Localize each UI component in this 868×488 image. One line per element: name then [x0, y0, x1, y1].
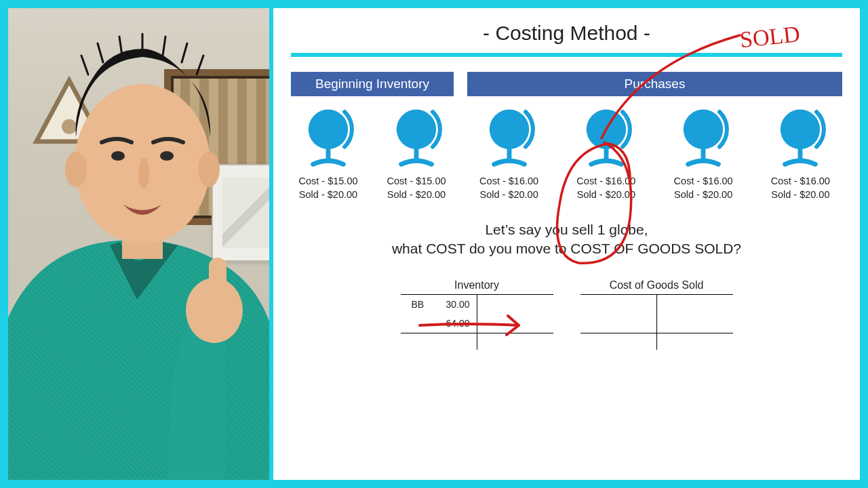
tacct-cell	[401, 333, 477, 350]
globe-icon	[299, 106, 357, 168]
svg-line-12	[197, 56, 203, 75]
globe-item: Cost - $15.00 Sold - $20.00	[379, 106, 454, 201]
tacct-cell	[656, 314, 733, 333]
svg-line-8	[119, 37, 122, 56]
globe-item: Cost - $15.00 Sold - $20.00	[291, 106, 366, 201]
svg-point-22	[781, 110, 820, 149]
svg-line-7	[98, 43, 103, 62]
globe-item: Cost - $16.00 Sold - $20.00	[662, 106, 745, 201]
tacct-cell: BB30.00	[401, 294, 477, 314]
svg-point-4	[65, 152, 87, 187]
slide-panel: - Costing Method - Beginning Inventory P…	[269, 8, 860, 480]
title-underline	[291, 53, 842, 57]
svg-rect-16	[209, 258, 226, 319]
globe-sold: Sold - $20.00	[291, 188, 366, 202]
globe-sold: Sold - $20.00	[467, 188, 551, 202]
header-purchases: Purchases	[467, 72, 842, 96]
svg-point-14	[160, 151, 174, 161]
svg-line-6	[81, 56, 88, 75]
globe-cost: Cost - $15.00	[379, 175, 454, 188]
question-line1: Let’s say you sell 1 globe,	[485, 222, 648, 237]
t-account-inventory: Inventory BB30.00 64.00	[401, 277, 553, 350]
tacct-cell	[580, 333, 657, 350]
globe-cost: Cost - $16.00	[467, 175, 551, 188]
tacct-cell	[580, 294, 657, 314]
section-headers: Beginning Inventory Purchases	[291, 72, 842, 96]
svg-point-18	[397, 110, 436, 149]
globe-cost: Cost - $16.00	[662, 175, 745, 188]
presenter	[8, 8, 269, 480]
svg-point-19	[489, 110, 528, 149]
tacct-cell	[656, 294, 733, 314]
globe-item: Cost - $16.00 Sold - $20.00	[564, 106, 648, 201]
globe-icon	[674, 106, 732, 168]
globe-sold: Sold - $20.00	[379, 188, 454, 202]
slide-title: - Costing Method -	[291, 22, 842, 45]
globe-icon	[480, 106, 538, 168]
presenter-panel	[8, 8, 269, 480]
svg-point-20	[587, 110, 626, 149]
group-beginning: Cost - $15.00 Sold - $20.00 Cost - $15.0…	[291, 106, 454, 201]
globe-sold: Sold - $20.00	[662, 188, 745, 202]
tacct-cell: 64.00	[401, 314, 477, 333]
svg-point-13	[111, 151, 125, 161]
tacct-cell	[477, 333, 553, 350]
globe-cost: Cost - $16.00	[759, 175, 842, 188]
tacct-title: Cost of Goods Sold	[580, 277, 733, 295]
globe-item: Cost - $16.00 Sold - $20.00	[759, 106, 842, 201]
tacct-cell	[477, 294, 553, 314]
t-accounts: Inventory BB30.00 64.00 Cost of Goods So…	[291, 277, 842, 350]
group-purchases: Cost - $16.00 Sold - $20.00 Cost - $16.0…	[467, 106, 842, 201]
t-account-cogs: Cost of Goods Sold	[580, 277, 733, 350]
globe-icon	[771, 106, 829, 168]
header-beginning-inventory: Beginning Inventory	[291, 72, 454, 96]
globe-icon	[387, 106, 446, 168]
svg-point-21	[684, 110, 723, 149]
globe-sold: Sold - $20.00	[759, 188, 842, 202]
question-text: Let’s say you sell 1 globe, what COST do…	[350, 220, 784, 259]
globe-row: Cost - $15.00 Sold - $20.00 Cost - $15.0…	[291, 106, 842, 201]
svg-line-11	[182, 43, 187, 62]
svg-point-17	[309, 110, 348, 149]
globe-cost: Cost - $16.00	[564, 175, 648, 188]
tacct-cell	[580, 314, 657, 333]
tacct-cell	[656, 333, 733, 350]
video-frame: - Costing Method - Beginning Inventory P…	[0, 0, 868, 488]
svg-line-10	[163, 37, 165, 56]
tacct-title: Inventory	[401, 277, 553, 295]
globe-sold: Sold - $20.00	[564, 188, 648, 202]
globe-cost: Cost - $15.00	[291, 175, 366, 188]
tacct-cell	[477, 314, 553, 333]
question-line2: what COST do you move to COST OF GOODS S…	[392, 241, 741, 256]
globe-icon	[577, 106, 635, 168]
globe-item: Cost - $16.00 Sold - $20.00	[467, 106, 551, 201]
svg-point-5	[198, 152, 220, 187]
